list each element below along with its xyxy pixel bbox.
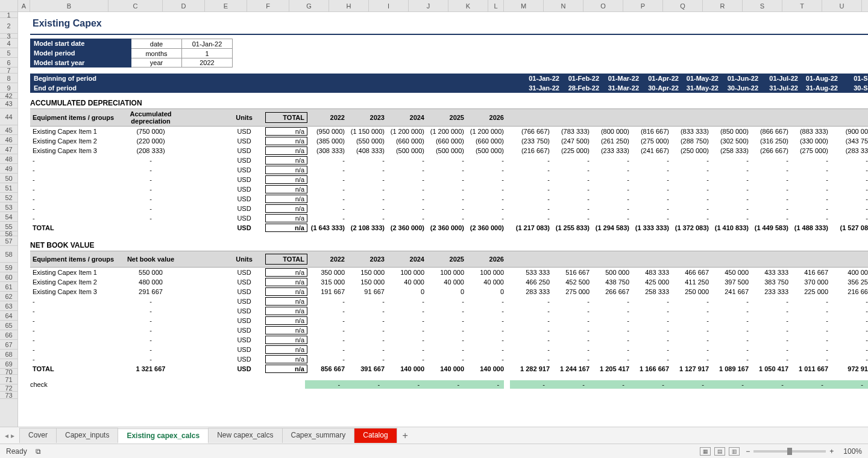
- table-row: --USDn/a--------------: [30, 306, 868, 316]
- col-header-A[interactable]: A: [18, 0, 30, 11]
- view-page-break-icon[interactable]: ▥: [729, 447, 740, 456]
- check-cell: -: [550, 380, 590, 389]
- zoom-control: − + 100%: [746, 447, 862, 456]
- col-header-S[interactable]: S: [743, 0, 782, 11]
- row-header-44[interactable]: 44: [0, 108, 17, 125]
- table-row: --USDn/a--------------: [30, 194, 868, 204]
- col-header-K[interactable]: K: [448, 0, 488, 11]
- check-cell: -: [590, 380, 629, 389]
- row-header-46[interactable]: 46: [0, 135, 17, 145]
- row-header-1[interactable]: 1: [0, 12, 17, 18]
- row-header-47[interactable]: 47: [0, 145, 17, 154]
- tab-catalog[interactable]: Catalog: [354, 428, 397, 443]
- row-header-73[interactable]: 73: [0, 392, 17, 399]
- row-header-7[interactable]: 7: [0, 67, 17, 74]
- row-header-43[interactable]: 43: [0, 99, 17, 108]
- add-sheet-button[interactable]: +: [397, 430, 414, 441]
- row-header-42[interactable]: 42: [0, 93, 17, 99]
- col-header-C[interactable]: C: [108, 0, 163, 11]
- col-header-N[interactable]: N: [544, 0, 583, 11]
- row-header-56[interactable]: 56: [0, 231, 17, 236]
- period-begin-label: Beginning of period: [30, 75, 208, 82]
- col-header-B[interactable]: B: [30, 0, 108, 11]
- row-header-57[interactable]: 57: [0, 236, 17, 246]
- row-header-66[interactable]: 66: [0, 330, 17, 340]
- meta-unit: date: [131, 39, 182, 48]
- row-header-48[interactable]: 48: [0, 154, 17, 164]
- col-header-L[interactable]: L: [488, 0, 504, 11]
- meta-label: Model start date: [30, 39, 131, 48]
- row-header-64[interactable]: 64: [0, 311, 17, 321]
- col-header-R[interactable]: R: [703, 0, 743, 11]
- row-header-54[interactable]: 54: [0, 212, 17, 222]
- macro-record-icon[interactable]: ⧉: [36, 447, 41, 456]
- col-header-D[interactable]: D: [163, 0, 205, 11]
- row-header-70[interactable]: 70: [0, 369, 17, 375]
- period-date: 01-Jul-22: [761, 75, 800, 82]
- page-title: Existing Capex: [30, 18, 102, 28]
- row-header-8[interactable]: 8: [0, 74, 17, 83]
- view-page-layout-icon[interactable]: ▤: [714, 447, 725, 456]
- row-header-50[interactable]: 50: [0, 174, 17, 183]
- grid-area[interactable]: Existing Capex Model start datedate01-Ja…: [18, 12, 868, 427]
- row-header-49[interactable]: 49: [0, 164, 17, 174]
- table-row: --USDn/a--------------: [30, 155, 868, 165]
- row-header-52[interactable]: 52: [0, 193, 17, 202]
- table-row: --USDn/a--------------: [30, 325, 868, 335]
- check-row: check ----- ---------: [30, 380, 868, 389]
- zoom-slider[interactable]: [753, 450, 826, 453]
- check-cell: -: [749, 380, 788, 389]
- row-header-3[interactable]: 3: [0, 34, 17, 39]
- col-header-M[interactable]: M: [504, 0, 544, 11]
- column-headers: ABCDEFGHIJKLMNOPQRSTU: [0, 0, 868, 12]
- row-header-72[interactable]: 72: [0, 384, 17, 392]
- row-header-60[interactable]: 60: [0, 272, 17, 282]
- check-cell: -: [424, 380, 464, 389]
- tab-capex-summary[interactable]: Capex_summary: [282, 428, 355, 443]
- row-header-51[interactable]: 51: [0, 183, 17, 193]
- row-header-67[interactable]: 67: [0, 340, 17, 350]
- row-header-61[interactable]: 61: [0, 282, 17, 292]
- zoom-in-button[interactable]: +: [829, 447, 834, 456]
- col-header-P[interactable]: P: [623, 0, 663, 11]
- tab-existing-capex-calcs[interactable]: Existing capex_calcs: [118, 428, 209, 444]
- row-header-71[interactable]: 71: [0, 375, 17, 384]
- period-begin-dates: 01-Jan-2201-Feb-2201-Mar-2201-Apr-2201-M…: [522, 75, 868, 82]
- col-header-T[interactable]: T: [782, 0, 822, 11]
- view-mode-icons: ▦ ▤ ▥: [700, 447, 740, 456]
- zoom-out-button[interactable]: −: [746, 447, 750, 456]
- row-header-68[interactable]: 68: [0, 350, 17, 359]
- col-header-U[interactable]: U: [822, 0, 862, 11]
- table-row: --USDn/a--------------: [30, 354, 868, 364]
- row-header-59[interactable]: 59: [0, 263, 17, 272]
- col-header-J[interactable]: J: [409, 0, 448, 11]
- tab-nav-last-icon[interactable]: ▸: [11, 431, 14, 440]
- tab-cover[interactable]: Cover: [19, 428, 57, 443]
- col-header-H[interactable]: H: [329, 0, 369, 11]
- col-header-F[interactable]: F: [247, 0, 289, 11]
- row-header-5[interactable]: 5: [0, 48, 17, 58]
- row-header-58[interactable]: 58: [0, 246, 17, 263]
- tab-new-capex-calcs[interactable]: New capex_calcs: [208, 428, 282, 443]
- select-all-corner[interactable]: [0, 0, 18, 11]
- sheet-tabs: ◂ ▸ CoverCapex_inputsExisting capex_calc…: [0, 427, 868, 444]
- view-normal-icon[interactable]: ▦: [700, 447, 711, 456]
- col-header-E[interactable]: E: [205, 0, 247, 11]
- check-cell: -: [385, 380, 424, 389]
- section-title-accum: ACCUMULATED DEPRECIATION: [30, 99, 868, 107]
- row-header-2[interactable]: 2: [0, 18, 17, 34]
- row-header-4[interactable]: 4: [0, 39, 17, 48]
- col-header-I[interactable]: I: [369, 0, 409, 11]
- tab-capex-inputs[interactable]: Capex_inputs: [56, 428, 118, 443]
- row-header-53[interactable]: 53: [0, 202, 17, 212]
- row-header-65[interactable]: 65: [0, 321, 17, 330]
- col-header-O[interactable]: O: [583, 0, 623, 11]
- row-header-45[interactable]: 45: [0, 125, 17, 135]
- tab-nav-first-icon[interactable]: ◂: [5, 431, 8, 440]
- col-header-Q[interactable]: Q: [663, 0, 703, 11]
- meta-value: 2022: [182, 58, 233, 67]
- row-header-63[interactable]: 63: [0, 301, 17, 311]
- row-header-62[interactable]: 62: [0, 292, 17, 301]
- col-header-G[interactable]: G: [289, 0, 329, 11]
- check-cell: -: [669, 380, 709, 389]
